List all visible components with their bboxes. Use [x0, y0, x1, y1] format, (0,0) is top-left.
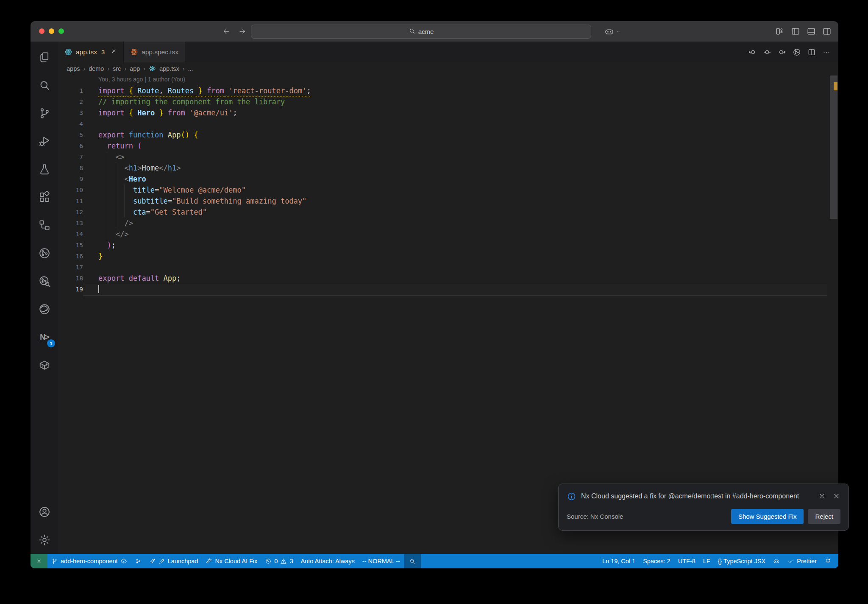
activity-nx-console[interactable]: N>1 [31, 323, 58, 351]
line-number: 10 [58, 187, 83, 193]
status-problems[interactable]: 03 [261, 554, 297, 568]
activity-nx-cloud[interactable] [31, 267, 58, 295]
warning-icon [280, 558, 287, 565]
reject-button[interactable]: Reject [808, 509, 840, 524]
layout-customize-icon[interactable] [775, 27, 785, 36]
tab-bar: app.tsx3app.spec.tsx [58, 42, 838, 62]
status-text: Launchpad [168, 558, 198, 565]
line-number: 17 [58, 264, 83, 271]
breadcrumb-item[interactable]: app [130, 65, 140, 72]
code-text: } [83, 252, 103, 260]
traffic-lights [39, 28, 64, 34]
code-line: 10 title="Welcmoe @acme/demo" [58, 185, 838, 196]
notification-close-icon[interactable] [832, 492, 840, 500]
minimize-window-button[interactable] [49, 28, 54, 34]
status-nx-cloud-ai-fix[interactable]: Nx Cloud AI Fix [202, 554, 261, 568]
nav-back-circle-icon[interactable] [748, 48, 757, 56]
notification-settings-icon[interactable] [818, 492, 826, 500]
status-remote-indicator[interactable] [31, 554, 47, 568]
status-commit-graph[interactable] [131, 554, 145, 568]
activity-source-control[interactable] [31, 99, 58, 127]
files-icon [38, 51, 51, 64]
status-git-branch[interactable]: add-hero-component [47, 554, 131, 568]
status-vim-mode[interactable]: -- NORMAL -- [359, 554, 404, 568]
code-line: 1import { Route, Routes } from 'react-ro… [58, 85, 838, 96]
activity-run-and-debug[interactable] [31, 127, 58, 155]
activity-testing[interactable] [31, 155, 58, 183]
status-text: Spaces: 2 [643, 558, 670, 565]
code-editor[interactable]: You, 3 hours ago | 1 author (You) 1impor… [58, 75, 838, 554]
line-number: 6 [58, 143, 83, 149]
breadcrumb-item[interactable]: demo [89, 65, 104, 72]
breadcrumb[interactable]: apps›demo›src›app›app.tsx›... [58, 62, 838, 75]
status-eol[interactable]: LF [699, 554, 714, 568]
code-line: 2// importing the component from the lib… [58, 96, 838, 107]
react-icon [149, 65, 156, 72]
status-auto-attach[interactable]: Auto Attach: Always [297, 554, 358, 568]
breadcrumb-item[interactable]: apps [67, 65, 80, 72]
copilot-menu[interactable] [604, 21, 621, 42]
status-zoom-indicator[interactable] [404, 554, 421, 568]
breadcrumb-tail[interactable]: ... [188, 65, 193, 72]
code-line: 3import { Hero } from '@acme/ui'; [58, 107, 838, 118]
nx-console-icon: N> [40, 333, 49, 342]
status-language-mode[interactable]: {} TypeScript JSX [714, 554, 770, 568]
code-line: 12 cta="Get Started" [58, 207, 838, 218]
status-indentation[interactable]: Spaces: 2 [639, 554, 674, 568]
nav-circle-icon[interactable] [763, 48, 771, 56]
status-launchpad[interactable]: Launchpad [145, 554, 202, 568]
tab-app.spec.tsx[interactable]: app.spec.tsx [124, 42, 185, 62]
split-editor-icon[interactable] [807, 48, 816, 56]
nx-run-circle-icon[interactable] [793, 48, 801, 56]
code-text: export function App() { [83, 131, 198, 139]
status-text: 3 [289, 558, 293, 565]
status-notifications-bell[interactable] [821, 554, 835, 568]
command-center-search[interactable]: acme [251, 25, 591, 39]
layout-sidebar-right-icon[interactable] [822, 27, 832, 36]
ellipsis-icon[interactable] [822, 48, 831, 56]
line-number: 7 [58, 154, 83, 160]
line-number: 1 [58, 87, 83, 94]
react-icon [64, 48, 72, 56]
nav-forward-circle-icon[interactable] [778, 48, 786, 56]
line-number: 3 [58, 109, 83, 116]
code-text: </> [83, 230, 129, 238]
arrow-left-icon[interactable] [222, 27, 231, 36]
code-line: 16} [58, 251, 838, 262]
status-encoding[interactable]: UTF-8 [674, 554, 699, 568]
activity-hierarchy[interactable] [31, 211, 58, 239]
breadcrumb-file[interactable]: app.tsx [159, 65, 179, 72]
maximize-window-button[interactable] [58, 28, 64, 34]
line-number: 13 [58, 220, 83, 226]
show-suggested-fix-button[interactable]: Show Suggested Fix [731, 509, 804, 524]
chevron-down-icon [615, 28, 621, 34]
status-copilot-status[interactable] [769, 554, 784, 568]
activity-nx-project-graph[interactable] [31, 239, 58, 267]
status-formatter[interactable]: Prettier [784, 554, 821, 568]
tab-app.tsx[interactable]: app.tsx3 [58, 42, 124, 62]
layout-sidebar-left-icon[interactable] [791, 27, 800, 36]
arrow-right-icon[interactable] [238, 27, 247, 36]
activity-containers[interactable] [31, 351, 58, 379]
layout-panel-icon[interactable] [807, 27, 816, 36]
activity-explorer[interactable] [31, 43, 58, 71]
activity-extensions[interactable] [31, 183, 58, 211]
text-cursor [98, 285, 99, 293]
status-text: -- NORMAL -- [362, 558, 400, 565]
scrollbar-thumb[interactable] [830, 76, 837, 219]
activity-search[interactable] [31, 71, 58, 99]
activity-settings[interactable] [31, 526, 58, 554]
line-number: 16 [58, 253, 83, 260]
code-text: /> [83, 219, 133, 227]
status-cursor-position[interactable]: Ln 19, Col 1 [598, 554, 639, 568]
check-double-icon [787, 558, 794, 565]
code-text: // importing the component from the libr… [83, 98, 285, 106]
status-text: Auto Attach: Always [300, 558, 354, 565]
hierarchy-icon [38, 219, 51, 232]
activity-edge-browser[interactable] [31, 295, 58, 323]
breadcrumb-item[interactable]: src [113, 65, 121, 72]
status-text: LF [703, 558, 710, 565]
activity-accounts[interactable] [31, 498, 58, 526]
tab-close-icon[interactable] [111, 48, 117, 56]
close-window-button[interactable] [39, 28, 45, 34]
